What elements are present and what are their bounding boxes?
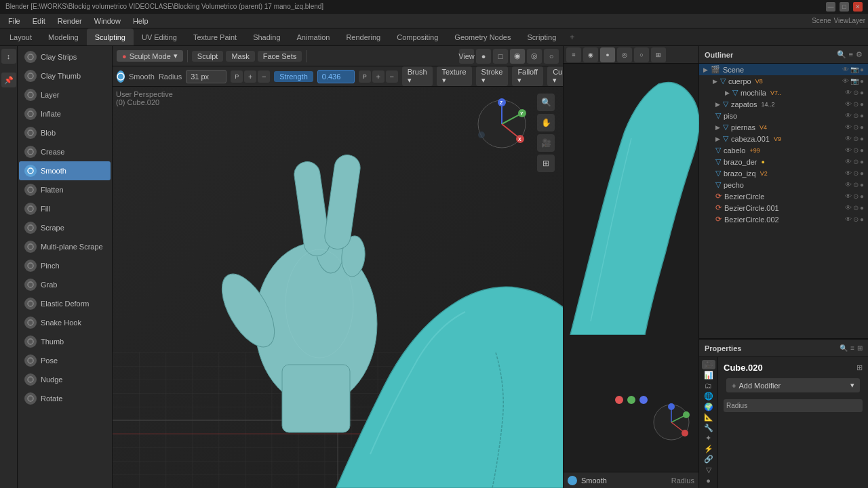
sculpt-tool-blob[interactable]: Blob bbox=[19, 123, 111, 142]
vp2-view-btn[interactable]: ≡ bbox=[566, 47, 581, 62]
sculpt-tool-pinch[interactable]: Pinch bbox=[19, 256, 111, 275]
outliner-item-scene[interactable]: ▶ 🎬 Scene 👁 📷 ● bbox=[699, 64, 868, 75]
strength-pressure-btn[interactable]: P bbox=[359, 70, 371, 83]
outliner-filter-icon[interactable]: 🔍 bbox=[837, 50, 846, 59]
physics-icon[interactable]: ⚡ bbox=[702, 445, 715, 454]
falloff-dropdown-btn[interactable]: Falloff ▾ bbox=[512, 66, 543, 86]
outliner-filter2-icon[interactable]: ⚙ bbox=[856, 50, 863, 59]
render-icon-cuerpo[interactable]: ● bbox=[860, 77, 864, 85]
tab-scripting[interactable]: Scripting bbox=[519, 28, 564, 45]
vp2-shading-btn[interactable]: ● bbox=[600, 47, 615, 62]
outliner-item-zapatos[interactable]: ▶ ▽ zapatos 14..2 👁 ⊙ ● bbox=[699, 98, 868, 110]
sculpt-tool-layer[interactable]: Layer bbox=[19, 85, 111, 104]
tab-shading[interactable]: Shading bbox=[245, 28, 288, 45]
view-menu-btn[interactable]: View bbox=[459, 49, 474, 64]
render-props-icon[interactable]: 🎥 bbox=[702, 360, 715, 369]
second-viewport[interactable]: ≡ ◉ ● ◎ ○ ⊞ bbox=[563, 46, 698, 488]
constraints-icon[interactable]: 🔗 bbox=[702, 455, 715, 464]
brush-dropdown-btn[interactable]: Brush ▾ bbox=[402, 66, 433, 86]
tab-layout[interactable]: Layout bbox=[1, 28, 40, 45]
outliner-item-pecho[interactable]: ▽ pecho 👁 ⊙ ● bbox=[699, 179, 868, 190]
tab-sculpting[interactable]: Sculpting bbox=[87, 28, 134, 45]
sculpt-tool-crease[interactable]: Crease bbox=[19, 142, 111, 161]
outliner-item-brazo-der[interactable]: ▽ brazo_der ● 👁 ⊙ ● bbox=[699, 156, 868, 167]
outliner-item-bezier3[interactable]: ⟳ BezierCircle.002 👁 ⊙ ● bbox=[699, 214, 868, 225]
sculpt-tool-nudge[interactable]: Nudge bbox=[19, 370, 111, 389]
stroke-dropdown-btn[interactable]: Stroke ▾ bbox=[476, 66, 509, 86]
render-icon[interactable]: ● bbox=[860, 66, 864, 73]
object-props-icon[interactable]: 📐 bbox=[702, 413, 715, 422]
material-icon[interactable]: ● bbox=[702, 476, 715, 485]
texture-dropdown-btn[interactable]: Texture ▾ bbox=[437, 66, 472, 86]
data-props-icon[interactable]: ▽ bbox=[702, 466, 715, 475]
outliner-item-brazo-izq[interactable]: ▽ brazo_izq V2 👁 ⊙ ● bbox=[699, 167, 868, 179]
vp2-shading2-btn[interactable]: ◎ bbox=[617, 47, 632, 62]
sculpt-tool-snake-hook[interactable]: Snake Hook bbox=[19, 313, 111, 332]
eye-icon[interactable]: 👁 bbox=[842, 66, 849, 73]
vp2-mode-btn[interactable]: ◉ bbox=[583, 47, 598, 62]
shading-wire[interactable]: □ bbox=[493, 49, 508, 64]
sculpt-tool-elastic-deform[interactable]: Elastic Deform bbox=[19, 294, 111, 313]
add-workspace-btn[interactable]: + bbox=[564, 28, 580, 45]
toolbar-pin-btn[interactable]: 📌 bbox=[1, 73, 16, 87]
view-layer-icon[interactable]: 🗂 bbox=[702, 381, 715, 390]
sculpt-tool-multi-plane-scrape[interactable]: Multi-plane Scrape bbox=[19, 237, 111, 256]
sculpt-tool-smooth[interactable]: Smooth bbox=[19, 161, 111, 180]
sculpt-tool-flatten[interactable]: Flatten bbox=[19, 180, 111, 199]
outliner-item-piernas[interactable]: ▶ ▽ piernas V4 👁 ⊙ ● bbox=[699, 121, 868, 133]
add-modifier-btn[interactable]: + Add Modifier ▾ bbox=[726, 378, 860, 392]
eye-icon-cuerpo[interactable]: 👁 bbox=[842, 77, 849, 85]
viewport-canvas[interactable]: User Perspective (0) Cube.020 bbox=[113, 87, 563, 488]
viewport-3d[interactable]: ● Sculpt Mode ▾ Sculpt Mask Face Sets Vi… bbox=[113, 46, 563, 488]
tab-geometry-nodes[interactable]: Geometry Nodes bbox=[446, 28, 519, 45]
navigation-gizmo[interactable]: Z Y X bbox=[475, 97, 529, 153]
sculpt-btn[interactable]: Sculpt bbox=[192, 51, 224, 62]
minimize-btn[interactable]: — bbox=[826, 2, 835, 12]
properties-filter-icon[interactable]: 🔍 bbox=[840, 344, 848, 352]
sculpt-tool-rotate[interactable]: Rotate bbox=[19, 389, 111, 408]
menu-help[interactable]: Help bbox=[127, 16, 154, 26]
radius-input[interactable] bbox=[186, 70, 226, 83]
sculpt-tool-grab[interactable]: Grab bbox=[19, 275, 111, 294]
sculpt-tool-thumb[interactable]: Thumb bbox=[19, 332, 111, 351]
face-sets-btn[interactable]: Face Sets bbox=[258, 51, 302, 62]
sculpt-tool-clay-strips[interactable]: Clay Strips bbox=[19, 47, 111, 66]
strength-add-btn[interactable]: + bbox=[372, 70, 384, 83]
window-controls[interactable]: — □ ✕ bbox=[826, 2, 863, 12]
outliner-item-mochila[interactable]: ▶ ▽ mochila V7.. 👁 ⊙ ● bbox=[709, 87, 868, 98]
outliner-item-cabelo[interactable]: ▽ cabelo +99 👁 ⊙ ● bbox=[699, 144, 868, 156]
sculpt-tool-clay-thumb[interactable]: Clay Thumb bbox=[19, 66, 111, 85]
scene-props-icon[interactable]: 🌐 bbox=[702, 392, 715, 401]
render-icon[interactable]: ● bbox=[860, 89, 864, 96]
properties-expand-icon[interactable]: ⊞ bbox=[857, 344, 863, 352]
menu-file[interactable]: File bbox=[3, 16, 26, 26]
radius-pressure-btn[interactable]: P bbox=[231, 70, 243, 83]
shading-render[interactable]: ○ bbox=[544, 49, 559, 64]
outliner-item-piso[interactable]: ▽ piso 👁 ⊙ ● bbox=[699, 110, 868, 121]
tab-modeling[interactable]: Modeling bbox=[40, 28, 87, 45]
radius-sub-btn[interactable]: − bbox=[258, 70, 270, 83]
outliner-item-cabeza[interactable]: ▶ ▽ cabeza.001 V9 👁 ⊙ ● bbox=[699, 133, 868, 144]
properties-options-icon[interactable]: ≡ bbox=[850, 344, 854, 352]
camera-icon-cuerpo[interactable]: 📷 bbox=[850, 77, 859, 85]
output-props-icon[interactable]: 📊 bbox=[702, 371, 715, 380]
strength-sub-btn[interactable]: − bbox=[386, 70, 398, 83]
sculpt-tool-inflate[interactable]: Inflate bbox=[19, 104, 111, 123]
shading-solid[interactable]: ◉ bbox=[510, 49, 525, 64]
sculpt-mode-btn[interactable]: ● Sculpt Mode ▾ bbox=[117, 50, 183, 62]
tab-compositing[interactable]: Compositing bbox=[389, 28, 446, 45]
tab-texture-paint[interactable]: Texture Paint bbox=[185, 28, 245, 45]
close-btn[interactable]: ✕ bbox=[853, 2, 863, 12]
tab-animation[interactable]: Animation bbox=[289, 28, 338, 45]
radius-add-btn[interactable]: + bbox=[244, 70, 256, 83]
world-props-icon[interactable]: 🌍 bbox=[702, 402, 715, 411]
menu-edit[interactable]: Edit bbox=[27, 16, 51, 26]
overlay-btn[interactable]: ● bbox=[476, 49, 491, 64]
menu-window[interactable]: Window bbox=[89, 16, 126, 26]
sculpt-tool-fill[interactable]: Fill bbox=[19, 199, 111, 218]
camera-icon[interactable]: 📷 bbox=[850, 66, 859, 73]
strength-input[interactable] bbox=[317, 70, 355, 83]
outliner-item-cuerpo[interactable]: ▶ ▽ cuerpo V8 👁 📷 ● bbox=[709, 75, 868, 87]
mask-btn[interactable]: Mask bbox=[226, 51, 254, 62]
outliner-sort-icon[interactable]: ≡ bbox=[849, 50, 853, 59]
